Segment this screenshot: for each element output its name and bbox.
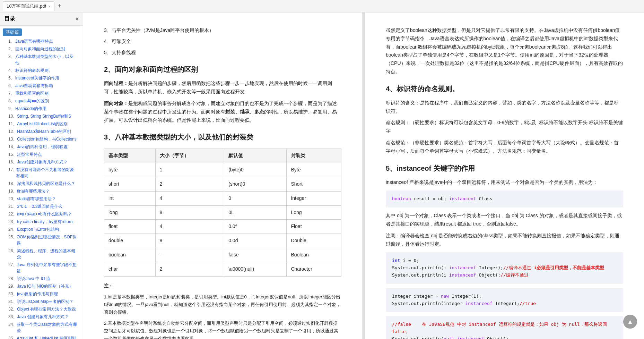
list-item[interactable]: 26、简述线程、程序、进程的基本概念	[3, 247, 80, 261]
code-block-3: Integer integer = new Integer(1); System…	[386, 288, 623, 312]
sidebar-section-label: 基础篇	[3, 28, 22, 36]
note-section: 注： 1.int是基本数据类型，Integer是int的封装类，是引用类型。in…	[104, 282, 341, 339]
list-item[interactable]: 30、java反射的作用与原理	[3, 290, 80, 298]
table-cell: (byte)0	[224, 163, 287, 177]
list-item[interactable]: 33、Java 创建对象有几种方式？	[3, 313, 80, 321]
list-item[interactable]: 3、八种基本数据类型的大小，以及他	[3, 53, 80, 67]
section4-meaning: 标识符的含义：是指在程序中，我们自己定义的内容，譬如，类的名字，方法名称以及变量…	[386, 99, 623, 116]
section4-rule1: 命名规则：（硬性要求）标识符可以包含英文字母，0-9的数字，$以及_标识符不能以…	[386, 119, 623, 135]
table-cell: Byte	[287, 163, 341, 177]
table-cell: 8	[155, 205, 224, 220]
list-item[interactable]: 7、重载和重写的区别	[3, 90, 80, 97]
table-cell: Boolean	[287, 248, 341, 262]
code-block-1: boolean result = obj instanceof Class	[386, 190, 623, 207]
table-cell: 0	[224, 191, 287, 205]
section5-intro: instanceof 严格来说是java中的一个双目运算符，用来测试一个对象是否…	[386, 178, 623, 187]
pdf-left-page[interactable]: 3、与平台无关性（JVM是Java跨平台使用的根本） 4、可靠安全 5、支持多线…	[83, 12, 365, 339]
table-cell: 2	[155, 262, 224, 276]
content-area: 3、与平台无关性（JVM是Java跨平台使用的根本） 4、可靠安全 5、支持多线…	[83, 12, 644, 339]
list-item[interactable]: 2、面向对象和面向过程的区别	[3, 45, 80, 53]
list-item[interactable]: 11、ArrayList和linkedList的区别	[3, 120, 80, 128]
list-item[interactable]: 13、Collection包结构，与Collections	[3, 135, 80, 143]
table-cell: 4	[155, 220, 224, 234]
list-item[interactable]: 28、说说Java 中 IO 流	[3, 275, 80, 282]
section4-rule2: 命名规范：（非硬性要求）类名规范：首字符大写，后面每个单词首字母大写（大驼峰式）…	[386, 139, 623, 155]
list-item[interactable]: 5、instanceof关键字的作用	[3, 74, 80, 82]
table-header-default: 默认值	[224, 149, 287, 163]
list-item[interactable]: 9、Hashcode的作用	[3, 105, 80, 112]
table-cell: 0.0d	[224, 234, 287, 248]
list-item[interactable]: 15、泛型常用特点	[3, 151, 80, 158]
list-item[interactable]: 21、3*0.1==0.3返回值是什么	[3, 203, 80, 210]
table-cell: 0L	[224, 205, 287, 220]
table-header-type: 基本类型	[104, 149, 156, 163]
table-cell: false	[224, 248, 287, 262]
main-layout: 目录 × 基础篇 1、Java语言有哪些特点 2、面向对象和面向过程的区别 3、…	[0, 12, 644, 339]
table-cell: double	[104, 234, 156, 248]
section2-title: 2、面向对象和面向过程的区别	[104, 63, 341, 75]
list-item[interactable]: 29、Java IO与 NIO的区别（补充）	[3, 282, 80, 290]
list-item[interactable]: 1、Java语言有哪些特点	[3, 37, 80, 45]
code-block-2: int i = 0; System.out.println(i instance…	[386, 252, 623, 283]
sidebar-close-icon[interactable]: ×	[76, 16, 79, 22]
section4-title: 4、标识符的命名规则。	[386, 83, 623, 95]
left-item-5: 5、支持多线程	[104, 49, 341, 57]
table-cell: -	[155, 248, 224, 262]
sidebar-title: 目录	[4, 15, 15, 23]
table-cell: Double	[287, 234, 341, 248]
table-cell: long	[104, 205, 156, 220]
list-item[interactable]: 24、Excption与Error包结构	[3, 226, 80, 233]
table-cell: Character	[287, 262, 341, 276]
tab-close-icon[interactable]: ×	[48, 4, 50, 8]
list-item[interactable]: 4、标识符的命名规则。	[3, 67, 80, 74]
pdf-tab[interactable]: 10万字面试总结.pdf ×	[3, 1, 54, 11]
sidebar-header: 目录 ×	[0, 12, 83, 26]
sidebar-section-basics: 基础篇 1、Java语言有哪些特点 2、面向对象和面向过程的区别 3、八种基本数…	[0, 27, 83, 339]
table-cell: 4	[155, 191, 224, 205]
table-cell: short	[104, 177, 156, 191]
list-item[interactable]: 25、OOM你遇到过哪些情况，SOF你遇	[3, 233, 80, 247]
left-item-3: 3、与平台无关性（JVM是Java跨平台使用的根本）	[104, 26, 341, 35]
list-item[interactable]: 31、说说List,Set,Map三者的区别？	[3, 298, 80, 305]
table-cell: boolean	[104, 248, 156, 262]
table-header-wrapper: 封装类	[287, 149, 341, 163]
table-cell: 2	[155, 177, 224, 191]
table-cell: 8	[155, 234, 224, 248]
tab-bar: 10万字面试总结.pdf × +	[0, 0, 644, 12]
list-item[interactable]: 8、equals与==的区别	[3, 97, 80, 105]
code-block-4: //false 在 JavaSE规范 中对 instanceof 运算符的规定就…	[386, 316, 623, 339]
list-item[interactable]: 17、有没有可能两个不为相等的对象有相同	[3, 166, 80, 180]
table-cell: Integer	[287, 191, 341, 205]
basic-types-table: 基本类型 大小（字节） 默认值 封装类 byte1(byte)0Byteshor…	[104, 149, 341, 276]
list-item[interactable]: 32、Object 有哪些常用方法？大致说	[3, 305, 80, 313]
list-item[interactable]: 23、try catch finally，try里有return	[3, 218, 80, 226]
list-item[interactable]: 16、Java创建对象有几种方式？	[3, 158, 80, 166]
table-header-size: 大小（字节）	[155, 149, 224, 163]
list-item[interactable]: 22、a=a+b与a+=b有什么区别吗？	[3, 210, 80, 218]
new-tab-button[interactable]: +	[56, 2, 64, 10]
section5-title: 5、instanceof 关键字的作用	[386, 162, 623, 174]
table-cell: char	[104, 262, 156, 276]
list-item[interactable]: 27、Java 序列化中如果有些字段不想进	[3, 261, 80, 275]
sidebar-list: 基础篇 1、Java语言有哪些特点 2、面向对象和面向过程的区别 3、八种基本数…	[0, 26, 83, 339]
table-cell: 0.0f	[224, 220, 287, 234]
table-cell: float	[104, 220, 156, 234]
list-item[interactable]: 35、ArrayList 和 LinkedList 的区别到底	[3, 334, 80, 339]
section2-para1: 面向过程：是分析解决问题的步骤，然后用函数把这些步骤一步一步地实现，然后在使用的…	[104, 79, 341, 96]
list-item[interactable]: 20、static都有哪些用法？	[3, 195, 80, 203]
list-item[interactable]: 12、HashMap和HashTable的区别	[3, 128, 80, 135]
section2-para2: 面向对象：是把构成问题的事务分解成各个对象，而建立对象的目的也不是为了完成一个步…	[104, 100, 341, 124]
list-item[interactable]: 6、Java自动装箱与拆箱	[3, 82, 80, 90]
list-item[interactable]: 10、String, String StringBuffer和S	[3, 112, 80, 120]
list-item[interactable]: 19、final有哪些用法？	[3, 187, 80, 195]
table-cell: byte	[104, 163, 156, 177]
list-item[interactable]: 14、Java的四种引用，强弱软虚	[3, 143, 80, 151]
table-cell: (short)0	[224, 177, 287, 191]
pdf-right-page[interactable]: 虽然定义了boolean这种数据类型，但是只对它提供了非常有限的支持。在Java…	[365, 12, 644, 339]
list-item[interactable]: 18、深拷贝和浅拷贝的区别是什么？	[3, 180, 80, 187]
section5-body: 其中 obj 为一个对象，Class 表示一个类或者一个接口，当 obj 为 C…	[386, 212, 623, 228]
list-item[interactable]: 34、获取一个类Class对象的方式有哪些	[3, 321, 80, 334]
section5-note: 注意：编译器会检查 obj 是否能转换成右边的class类型，如果不能转换则直接…	[386, 232, 623, 248]
scroll-to-top-button[interactable]: ▲	[623, 315, 637, 329]
section3-title: 3、八种基本数据类型的大小，以及他们的封装类	[104, 131, 341, 143]
